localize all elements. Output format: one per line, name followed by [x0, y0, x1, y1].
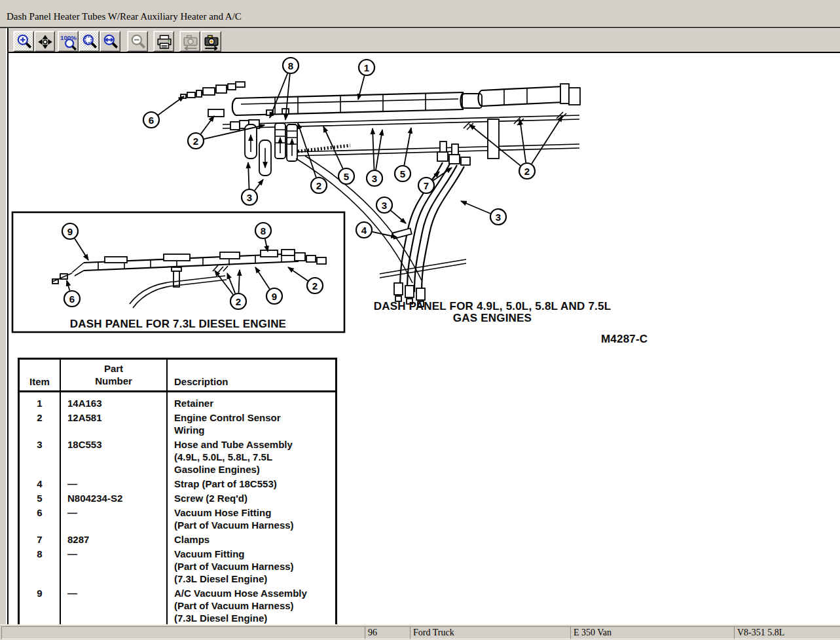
status-panel-engine: V8-351 5.8L — [734, 626, 840, 639]
cell-part-number: 18C553 — [60, 437, 167, 476]
callout-number: 9 — [67, 226, 73, 237]
callout-leader-arrow — [288, 267, 308, 281]
zoom-fit-button[interactable] — [79, 31, 100, 52]
pan-icon — [37, 33, 54, 50]
cell-part-number: — — [60, 586, 167, 626]
callout-number: 9 — [272, 291, 277, 302]
parts-table-row: 6—Vacuum Hose Fitting (Part of Vacuum Ha… — [19, 505, 337, 532]
page-title: Dash Panel Heater Tubes W/Rear Auxiliary… — [7, 11, 242, 22]
zoom-width-icon — [102, 33, 119, 50]
cell-item: 1 — [19, 392, 61, 411]
callout-number: 7 — [424, 180, 429, 191]
callout-number: 3 — [372, 173, 377, 184]
callout-leader-arrow — [373, 128, 374, 170]
callout-number: 2 — [193, 136, 198, 147]
status-panel-model: E 350 Van — [570, 626, 735, 639]
callout-leader-arrow — [323, 126, 343, 168]
parts-table-row: 5N804234-S2Screw (2 Req'd) — [19, 491, 337, 505]
cell-part-number: N804234-S2 — [60, 491, 167, 505]
callout-number: 6 — [149, 115, 154, 126]
callout-number: 5 — [400, 168, 405, 179]
cell-part-number: — — [60, 476, 167, 491]
cell-item: 4 — [19, 476, 61, 491]
cell-item: 2 — [19, 410, 61, 437]
cell-description: A/C Vacuum Hose Assembly (Part of Vacuum… — [167, 586, 337, 626]
callout-leader-arrow — [75, 238, 88, 260]
cell-part-number: — — [60, 505, 167, 532]
callout-number: 3 — [247, 192, 252, 203]
cell-item: 5 — [19, 491, 61, 505]
callout-leader-arrow — [520, 119, 526, 162]
callout-leader-arrow — [298, 123, 316, 178]
next-picture-button[interactable] — [200, 31, 221, 52]
callout-leader-arrow — [201, 116, 214, 134]
cell-item: 9 — [19, 586, 61, 626]
parts-table-row: 8—Vacuum Fitting (Part of Vacuum Harness… — [19, 546, 337, 586]
callout-number: 3 — [382, 200, 387, 211]
cell-description: Strap (Part of 18C553) — [167, 476, 337, 491]
parts-table: Item Part Number Description 114A163Reta… — [18, 358, 337, 627]
status-panel-empty — [1, 626, 366, 639]
callout-number: 2 — [524, 166, 530, 177]
callout-leader-arrow — [391, 210, 406, 223]
print-button[interactable] — [153, 31, 174, 52]
cell-description: Clamps — [167, 532, 337, 546]
toolbar: 100% — [0, 28, 840, 53]
callout-number: 8 — [261, 225, 266, 236]
callout-number: 5 — [344, 171, 349, 182]
print-icon — [156, 33, 173, 50]
status-bar: 96Ford TruckE 350 VanV8-351 5.8L — [0, 624, 840, 640]
main-assembly-drawing — [181, 82, 580, 307]
prev-picture-icon — [182, 33, 199, 50]
cell-description: Screw (2 Req'd) — [167, 491, 337, 505]
callout-leader-arrow — [227, 273, 235, 293]
cell-description: Vacuum Hose Fitting (Part of Vacuum Harn… — [167, 505, 337, 532]
callout-leader-arrow — [358, 76, 365, 100]
window-title-bar: Dash Panel Heater Tubes W/Rear Auxiliary… — [0, 0, 840, 28]
cell-item: 7 — [19, 532, 61, 546]
inset-caption: DASH PANEL FOR 7.3L DIESEL ENGINE — [70, 318, 286, 330]
column-header-description: Description — [167, 359, 337, 392]
status-panel-make: Ford Truck — [410, 626, 571, 639]
callout-leader-arrow — [67, 280, 69, 291]
callout-number: 2 — [312, 280, 318, 292]
zoom-100-icon: 100% — [60, 33, 77, 50]
column-header-part-number: Part Number — [60, 359, 167, 392]
status-panel-year: 96 — [365, 626, 411, 639]
callout-number: 8 — [288, 60, 293, 71]
callout-leader-arrow — [461, 201, 490, 214]
cell-part-number: — — [60, 546, 167, 586]
cell-description: Retainer — [167, 392, 337, 411]
pan-button[interactable] — [34, 31, 55, 52]
zoom-width-button[interactable] — [100, 31, 120, 52]
parts-table-row: 114A163Retainer — [19, 392, 337, 411]
parts-table-row: 4—Strap (Part of 18C553) — [19, 476, 337, 491]
cell-description: Engine Control Sensor Wiring — [167, 410, 337, 437]
main-caption-line2: GAS ENGINES — [453, 312, 532, 324]
cell-item: 8 — [19, 546, 61, 586]
zoom-in-button[interactable] — [13, 31, 34, 52]
callout-leader-arrow — [158, 96, 184, 115]
callout-leader-arrow — [432, 172, 439, 179]
parts-table-header-row: Item Part Number Description — [19, 359, 337, 392]
cell-part-number: 14A163 — [60, 392, 167, 411]
cell-description: Hose and Tube Assembly (4.9L, 5.0L, 5.8L… — [167, 437, 337, 476]
cell-item: 3 — [19, 437, 61, 476]
callout-leader-arrow — [239, 270, 240, 293]
zoom-100-button[interactable]: 100% — [58, 31, 79, 52]
cell-item: 6 — [19, 505, 61, 532]
parts-table-row: 9—A/C Vacuum Hose Assembly (Part of Vacu… — [19, 586, 337, 626]
callout-number: 6 — [69, 293, 75, 305]
cell-part-number: 12A581 — [60, 410, 167, 437]
callout-leader-arrow — [255, 267, 270, 289]
zoom-out-button — [127, 31, 148, 52]
callout-number: 1 — [364, 62, 369, 73]
zoom-in-icon — [16, 33, 33, 50]
main-callouts: 81623253572334 — [143, 58, 562, 238]
callout-leader-arrow — [255, 179, 263, 191]
callout-number: 3 — [496, 212, 501, 223]
callout-number: 2 — [236, 296, 241, 307]
figure-code: M4287-C — [601, 333, 648, 345]
parts-table-row: 318C553Hose and Tube Assembly (4.9L, 5.0… — [19, 437, 337, 476]
parts-table-row: 212A581Engine Control Sensor Wiring — [19, 410, 337, 437]
